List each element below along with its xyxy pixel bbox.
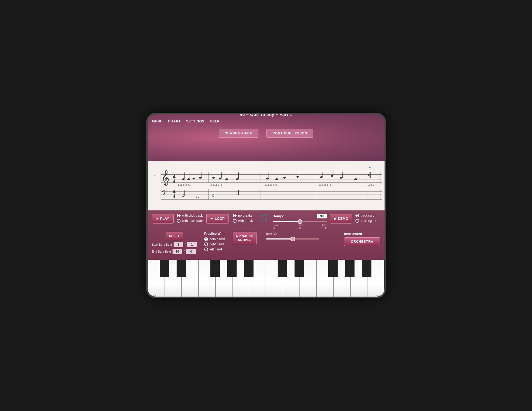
svg-point-71 [339,177,342,179]
svg-point-67 [320,176,323,178]
white-key-f3[interactable] [198,260,215,298]
svg-point-36 [199,177,202,179]
svg-point-55 [212,194,215,197]
no-breaks-option[interactable]: no breaks [233,214,254,217]
svg-point-65 [296,175,299,178]
svg-text:1 & 2 & 3 & 4 &: 1 & 2 & 3 & 4 & [319,184,331,186]
white-key-b3[interactable] [249,260,266,298]
loop-button[interactable]: ↩ LOOP [206,214,229,224]
start-bar-input[interactable] [174,242,183,247]
demo-label: DEMO [338,217,348,221]
svg-point-44 [235,178,238,181]
tempo-slider-track[interactable] [273,221,327,222]
back-track-label: with back track [182,219,203,223]
practice-untimed-button[interactable]: ▶ PRACTICEUNTIMED [233,232,257,244]
demo-button[interactable]: ▶ DEMO [330,214,352,224]
piano-container: C3 C4 [148,260,385,298]
with-breaks-label: with breaks [238,219,254,223]
svg-point-38 [212,177,215,179]
menu-item-menu[interactable]: MENU [152,119,163,123]
instrument-button[interactable]: ORCHESTRA [344,237,380,246]
right-hand-label: right hand [210,242,224,246]
tempo-slider-thumb[interactable] [298,219,302,224]
with-breaks-option[interactable]: with breaks [233,219,254,223]
start-beat-input[interactable] [187,242,197,247]
white-key-e4[interactable] [300,260,317,298]
piano-keys-wrapper: C3 C4 [148,260,385,298]
white-key-d3[interactable] [165,260,182,298]
click-track-option[interactable]: with click track [177,214,203,217]
inst-vol-section: Inst Vol [266,232,319,240]
end-bar-row: End Bar / Beat / [152,249,197,254]
inst-vol-slider-track[interactable] [266,238,319,240]
right-hand-option[interactable]: right hand [204,242,225,246]
right-hand-radio[interactable] [204,242,208,246]
device-frame: MENU CHART SETTINGS HELP 46 – Ode To Joy… [146,113,386,298]
end-beat-input[interactable] [186,249,196,254]
end-bar-input[interactable] [173,249,182,254]
staff-svg: 𝄞 𝄢 4 4 4 4 [148,161,385,205]
instrument-label: Instrument [344,232,380,236]
both-hands-radio[interactable] [204,237,208,241]
svg-point-42 [225,178,228,181]
white-key-d4[interactable] [283,260,300,298]
svg-text:𝄇: 𝄇 [367,171,371,179]
backing-off-option[interactable]: backing off [355,219,376,223]
svg-point-34 [192,177,195,180]
white-key-a4[interactable] [350,260,367,298]
white-key-c3[interactable] [148,260,165,298]
white-key-a3[interactable] [232,260,249,298]
menu-item-chart[interactable]: CHART [168,119,181,123]
svg-point-40 [218,177,221,180]
svg-text:4: 4 [173,193,175,199]
reset-button[interactable]: RESET [166,232,183,240]
white-keys-row [148,260,385,298]
menu-item-settings[interactable]: SETTINGS [186,119,205,123]
continue-lesson-button[interactable]: CONTINUE LESSON [266,129,313,138]
svg-text:1 & 2 & 3 & 4 &: 1 & 2 & 3 & 4 & [178,184,191,186]
piano-section: C3 C4 [148,260,385,298]
svg-point-73 [354,178,357,181]
with-breaks-radio[interactable] [233,219,237,223]
play-button[interactable]: ▶ PLAY [152,214,174,224]
svg-point-63 [283,177,286,179]
white-key-g3[interactable] [215,260,232,298]
white-key-b4[interactable] [367,260,384,298]
loop-icon: ↩ [210,217,213,221]
back-track-option[interactable]: with back track [177,219,203,223]
inst-vol-thumb[interactable] [290,237,295,241]
controls-section: ▶ PLAY with click track with back track … [148,210,385,260]
backing-on-radio[interactable] [355,214,359,217]
white-key-c4[interactable] [266,260,283,298]
menu-item-help[interactable]: HELP [210,119,220,123]
both-hands-option[interactable]: both hands [204,237,225,241]
white-key-e3[interactable] [182,260,198,298]
white-key-g4[interactable] [334,260,350,298]
controls-row-2: RESET Start Bar / Beat / End Bar / Beat … [152,232,380,254]
change-piece-button[interactable]: CHANGE PIECE [219,129,258,138]
backing-on-option[interactable]: backing on [355,214,376,217]
svg-text:✂: ✂ [368,165,371,170]
left-hand-radio[interactable] [204,248,208,251]
click-track-radio[interactable] [177,214,181,217]
svg-text:1 & 2 & 3 & 4 &: 1 & 2 & 3 & 4 & [265,184,278,186]
menu-bar: MENU CHART SETTINGS HELP 46 – Ode To Joy… [148,117,229,125]
backing-off-radio[interactable] [355,219,359,223]
svg-point-69 [330,175,333,177]
start-bar-row: Start Bar / Beat / [152,242,197,247]
left-hand-option[interactable]: left hand [204,248,225,251]
svg-point-61 [275,178,278,181]
tempo-label: Tempo [273,214,285,218]
tempo-slider-fill [273,221,300,222]
back-track-radio[interactable] [177,219,181,223]
sheet-music-area: 1 [148,161,385,210]
metronome-icon: 🎵 [259,214,269,222]
no-breaks-label: no breaks [238,214,252,217]
white-key-f4[interactable] [317,260,333,298]
controls-row-1: ▶ PLAY with click track with back track … [152,214,380,230]
both-hands-label: both hands [210,237,225,241]
no-breaks-radio[interactable] [233,214,237,217]
svg-text:𝄢: 𝄢 [161,189,167,199]
breaks-options: no breaks with breaks [233,214,254,223]
loop-label: LOOP [215,217,225,221]
